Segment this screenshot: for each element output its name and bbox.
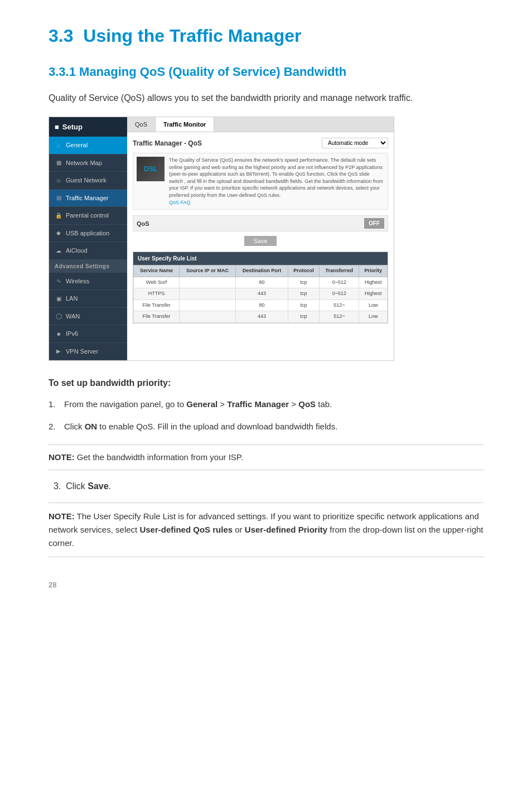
table-cell: tcp [288,277,319,288]
rule-list-table: Service Name Source IP or MAC Destinatio… [133,265,388,323]
list-item-2: 2. Click ON to enable QoS. Fill in the u… [49,420,483,433]
usb-icon: ◆ [55,229,62,237]
subsection-number: 3.3.1 [49,65,76,79]
qos-label: QoS [137,219,149,229]
vpn-icon: ▶ [55,347,62,355]
info-box: DSL The Quality of Service (QoS) ensures… [133,153,388,210]
sidebar-item-traffic-manager[interactable]: ▤ Traffic Manager [49,190,127,207]
col-transferred: Transferred [320,265,359,277]
ui-panel-content: Traffic Manager - QoS Automatic mode DSL… [127,132,394,329]
table-cell [179,277,235,288]
table-cell: HTTPS [134,288,180,300]
tab-qos[interactable]: QoS [127,117,156,132]
page-container: 3.3 Using the Traffic Manager 3.3.1 Mana… [15,0,517,624]
table-cell: 0~512 [320,288,359,300]
instruction-heading: To set up bandwidth priority: [49,376,483,390]
sidebar-item-ipv6[interactable]: ■ IPv6 [49,325,127,343]
table-cell: 443 [236,288,288,300]
sidebar-item-vpn[interactable]: ▶ VPN Server [49,343,127,361]
table-cell: File Transfer [134,299,180,311]
table-cell [179,311,235,323]
table-cell: Low [359,311,388,323]
table-header-row: Service Name Source IP or MAC Destinatio… [134,265,388,277]
router-logo: DSL [137,157,165,181]
col-dest-port: Destination Port [236,265,288,277]
intro-paragraph: Quality of Service (QoS) allows you to s… [49,91,483,105]
sidebar-item-general[interactable]: ⌂ General [49,137,127,154]
table-cell [179,299,235,311]
save-button[interactable]: Save [244,236,276,246]
lock-icon: 🔒 [55,211,62,219]
section-title: 3.3 Using the Traffic Manager [49,22,483,49]
lan-icon: ▣ [55,294,62,302]
rule-list-table-section: User Specify Rule List Service Name Sour… [133,252,388,323]
wifi-icon: ∿ [55,277,62,285]
table-cell: tcp [288,288,319,300]
table-section-header: User Specify Rule List [133,252,388,265]
sidebar-item-parental[interactable]: 🔒 Parental control [49,207,127,225]
mode-dropdown[interactable]: Automatic mode [322,138,388,148]
qos-toggle[interactable]: OFF [364,218,384,229]
sidebar-header: ■ Setup [49,117,127,137]
home-icon: ⌂ [55,141,62,149]
sidebar-item-network-map[interactable]: ▦ Network Map [49,154,127,172]
qos-faq-link[interactable]: QoS FAQ [169,200,191,205]
map-icon: ▦ [55,159,62,167]
users-icon: ☺ [55,176,62,184]
sidebar-section-advanced: Advanced Settings [49,260,127,273]
ui-tabs-bar: QoS Traffic Monitor [127,117,394,133]
panel-title: Traffic Manager - QoS [133,138,202,148]
table-body: Web Surf80tcp0~512HighestHTTPS443tcp0~51… [134,277,388,322]
tab-traffic-monitor[interactable]: Traffic Monitor [156,117,214,132]
chart-icon: ▤ [55,194,62,202]
ui-main-area: QoS Traffic Monitor Traffic Manager - Qo… [127,117,394,361]
col-source-ip: Source IP or MAC [179,265,235,277]
sidebar-item-aicloud[interactable]: ☁ AiCloud [49,242,127,260]
table-cell: 512~ [320,311,359,323]
ui-sidebar: ■ Setup ⌂ General ▦ Network Map ☺ Guest … [49,117,127,361]
col-protocol: Protocol [288,265,319,277]
col-priority: Priority [359,265,388,277]
table-row: Web Surf80tcp0~512Highest [134,277,388,288]
table-cell [179,288,235,300]
table-cell: tcp [288,299,319,311]
table-cell: File Transfer [134,311,180,323]
page-number: 28 [49,579,483,591]
table-cell: 80 [236,299,288,311]
table-cell: Highest [359,288,388,300]
table-cell: 512~ [320,299,359,311]
note-box-1: NOTE: Get the bandwidth information from… [49,445,483,470]
panel-header: Traffic Manager - QoS Automatic mode [133,138,388,148]
subsection-title-text: Managing QoS (Quality of Service) Bandwi… [79,65,346,79]
sidebar-item-guest-network[interactable]: ☺ Guest Network [49,172,127,190]
info-description: The Quality of Service (QoS) ensures the… [169,157,384,206]
table-cell: Low [359,299,388,311]
table-row: HTTPS443tcp0~512Highest [134,288,388,300]
table-cell: Web Surf [134,277,180,288]
table-cell: Highest [359,277,388,288]
sidebar-item-wireless[interactable]: ∿ Wireless [49,273,127,291]
table-cell: tcp [288,311,319,323]
col-service-name: Service Name [134,265,180,277]
table-cell: 80 [236,277,288,288]
section-title-text: Using the Traffic Manager [83,26,301,46]
note-box-2: NOTE: The User Specify Rule List is for … [49,503,483,557]
sidebar-header-label: Setup [62,122,83,133]
table-cell: 443 [236,311,288,323]
table-cell: 0~512 [320,277,359,288]
subsection-title: 3.3.1 Managing QoS (Quality of Service) … [49,62,483,81]
sidebar-item-wan[interactable]: ◯ WAN [49,308,127,326]
table-row: File Transfer80tcp512~Low [134,299,388,311]
setup-icon: ■ [55,122,59,133]
qos-toggle-row: QoS OFF [133,215,388,231]
section-number: 3.3 [49,26,73,46]
instruction-list: 1. From the navigation panel, go to Gene… [49,398,483,433]
sidebar-item-lan[interactable]: ▣ LAN [49,290,127,308]
wan-icon: ◯ [55,312,62,320]
sidebar-item-usb[interactable]: ◆ USB application [49,225,127,243]
ipv6-icon: ■ [55,330,62,337]
ui-screenshot: ■ Setup ⌂ General ▦ Network Map ☺ Guest … [49,117,394,361]
cloud-icon: ☁ [55,247,62,254]
list-item-1: 1. From the navigation panel, go to Gene… [49,398,483,411]
table-row: File Transfer443tcp512~Low [134,311,388,323]
